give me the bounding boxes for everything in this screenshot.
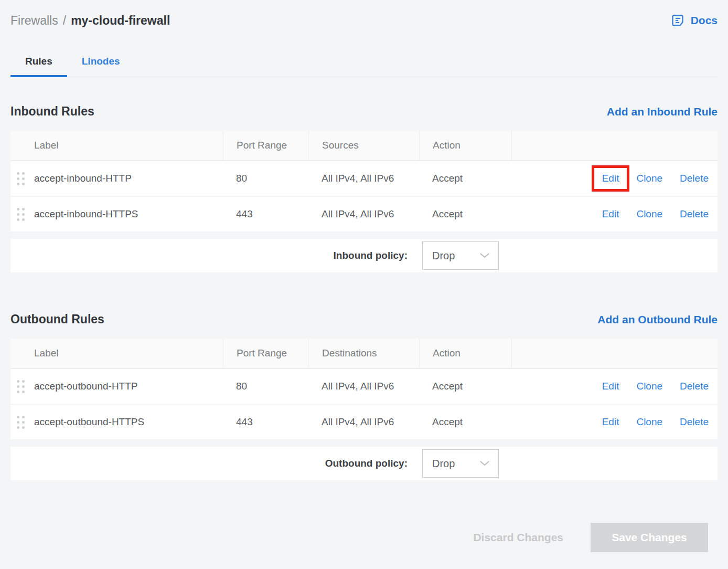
outbound-policy-value: Drop [432,458,455,470]
inbound-table-header: Label Port Range Sources Action [10,131,718,161]
add-inbound-rule-link[interactable]: Add an Inbound Rule [607,106,718,118]
save-changes-button[interactable]: Save Changes [591,523,708,552]
footer-actions: Discard Changes Save Changes [10,523,718,552]
rule-action: Accept [419,208,511,220]
rule-label: accept-inbound-HTTP [34,173,223,184]
column-header-port-range: Port Range [223,339,308,368]
drag-handle-icon[interactable] [17,380,25,393]
chevron-down-icon [480,253,489,258]
annotation-highlight-box: Edit [592,165,630,192]
breadcrumb-separator: / [63,13,66,28]
docs-link[interactable]: Docs [671,14,718,28]
outbound-table-header: Label Port Range Destinations Action [10,339,718,369]
inbound-policy-select[interactable]: Drop [422,241,499,270]
inbound-policy-row: Inbound policy: Drop [10,239,718,272]
rule-sources: All IPv4, All IPv6 [308,208,419,220]
breadcrumb-firewalls[interactable]: Firewalls [10,13,58,28]
drag-handle-icon[interactable] [17,172,25,185]
edit-rule-link[interactable]: Edit [602,208,619,220]
outbound-policy-select[interactable]: Drop [422,449,499,478]
docs-label: Docs [691,14,718,27]
add-outbound-rule-link[interactable]: Add an Outbound Rule [597,313,718,326]
clone-rule-link[interactable]: Clone [636,416,662,428]
clone-rule-link[interactable]: Clone [636,173,662,184]
outbound-rules-table: Label Port Range Destinations Action acc… [10,339,718,440]
inbound-rules-table: Label Port Range Sources Action accept-i… [10,131,718,233]
column-header-action: Action [419,131,511,160]
delete-rule-link[interactable]: Delete [680,381,709,392]
tab-bar: Rules Linodes [10,50,718,77]
rule-actions: Edit Clone Delete [511,416,718,428]
edit-rule-link[interactable]: Edit [602,173,619,184]
drag-handle-cell [10,416,34,429]
rule-sources: All IPv4, All IPv6 [308,173,419,184]
rule-label: accept-outbound-HTTPS [34,416,223,428]
column-header-action: Action [419,339,511,368]
table-row-accept-outbound-http: accept-outbound-HTTP 80 All IPv4, All IP… [10,369,718,405]
rule-port-range: 80 [223,381,308,392]
rule-actions: Edit Clone Delete [511,381,718,392]
edit-rule-link[interactable]: Edit [602,381,619,392]
drag-handle-icon[interactable] [17,416,25,429]
docs-icon [671,14,686,28]
breadcrumb-current-firewall: my-cloud-firewall [71,13,170,28]
rule-action: Accept [419,173,511,184]
column-header-actions-spacer [511,339,718,368]
rule-label: accept-inbound-HTTPS [34,208,223,220]
drag-handle-cell [10,380,34,393]
delete-rule-link[interactable]: Delete [680,208,709,220]
column-header-actions-spacer [511,131,718,160]
drag-handle-icon[interactable] [17,208,25,221]
column-header-sources: Sources [308,131,419,160]
rule-destinations: All IPv4, All IPv6 [308,381,419,392]
rule-actions: Edit Clone Delete [511,208,718,220]
rule-port-range: 80 [223,173,308,184]
breadcrumb: Firewalls / my-cloud-firewall [10,13,170,28]
rule-action: Accept [419,416,511,428]
outbound-policy-row: Outbound policy: Drop [10,447,718,480]
chevron-down-icon [480,461,489,466]
column-header-port-range: Port Range [223,131,308,160]
table-row-accept-outbound-https: accept-outbound-HTTPS 443 All IPv4, All … [10,405,718,440]
outbound-rules-title: Outbound Rules [10,312,104,326]
delete-rule-link[interactable]: Delete [680,173,709,184]
inbound-rules-title: Inbound Rules [10,104,94,119]
column-header-label: Label [10,339,223,368]
tab-rules[interactable]: Rules [10,50,67,77]
discard-changes-button[interactable]: Discard Changes [473,531,563,544]
top-bar: Firewalls / my-cloud-firewall Docs [10,13,718,28]
inbound-section-header: Inbound Rules Add an Inbound Rule [10,104,718,119]
table-row-accept-inbound-https: accept-inbound-HTTPS 443 All IPv4, All I… [10,197,718,233]
drag-handle-cell [10,208,34,221]
outbound-section-header: Outbound Rules Add an Outbound Rule [10,312,718,326]
rule-actions: Edit Clone Delete [511,173,718,184]
edit-rule-link[interactable]: Edit [602,416,619,428]
rule-destinations: All IPv4, All IPv6 [308,416,419,428]
clone-rule-link[interactable]: Clone [636,381,662,392]
clone-rule-link[interactable]: Clone [636,208,662,220]
rule-port-range: 443 [223,416,308,428]
rule-port-range: 443 [223,208,308,220]
table-row-accept-inbound-http: accept-inbound-HTTP 80 All IPv4, All IPv… [10,161,718,197]
drag-handle-cell [10,172,34,185]
column-header-destinations: Destinations [308,339,419,368]
rule-label: accept-outbound-HTTP [34,381,223,392]
column-header-label: Label [10,131,223,160]
outbound-policy-label: Outbound policy: [325,458,408,469]
inbound-policy-value: Drop [432,250,455,262]
firewall-detail-page: Firewalls / my-cloud-firewall Docs Rules… [0,13,728,552]
tab-linodes[interactable]: Linodes [67,50,135,77]
inbound-policy-label: Inbound policy: [334,250,408,261]
delete-rule-link[interactable]: Delete [680,416,709,428]
rule-action: Accept [419,381,511,392]
